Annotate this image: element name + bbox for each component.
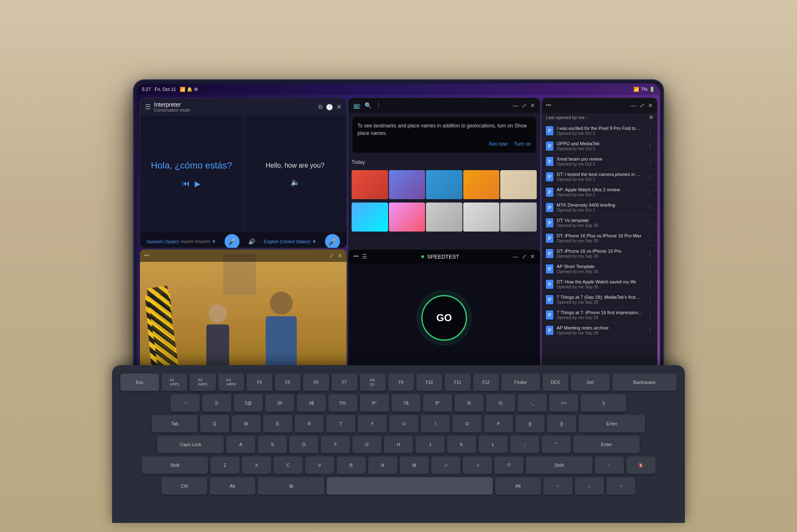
grid-icon[interactable]: ⊞ <box>649 115 653 120</box>
7-key[interactable]: 7& <box>391 394 421 412</box>
photo-cell[interactable] <box>426 170 462 199</box>
doc-more-icon[interactable]: ⋮ <box>647 235 653 242</box>
arrow-up-key[interactable]: ↑ <box>595 456 624 474</box>
tab-key[interactable]: Tab <box>152 415 198 432</box>
turn-on-button[interactable]: Turn on <box>514 140 531 148</box>
doc-list-item[interactable]: 7 Things at 7: iPhone 16 first impressio… <box>542 307 657 323</box>
f6-key[interactable]: F6 <box>303 373 329 391</box>
doc-list-item[interactable]: AP Short Template Opened by me Sep 30 ⋮ <box>542 261 657 277</box>
doc-list-item[interactable]: I was excited for the Pixel 9 Pro Fold t… <box>542 123 657 139</box>
f2-key[interactable]: F2APP2 <box>190 373 215 391</box>
doc-more-icon[interactable]: ⋮ <box>647 312 653 318</box>
photo-cell[interactable] <box>500 170 537 199</box>
close-icon[interactable]: ✕ <box>648 102 653 109</box>
f3-key[interactable]: F3APP3 <box>218 373 244 391</box>
s-key[interactable]: S <box>258 436 287 453</box>
more-icon[interactable]: ••• <box>144 253 149 259</box>
windows-key[interactable]: ⊞ <box>258 477 324 495</box>
backspace-key[interactable]: Backspace <box>612 373 677 391</box>
f9-key[interactable]: F9 <box>388 373 414 391</box>
r-key[interactable]: R <box>295 415 324 432</box>
minimize-icon[interactable]: — <box>513 102 518 109</box>
del-key[interactable]: Del <box>571 373 609 391</box>
expand-icon[interactable]: ⤢ <box>522 102 527 109</box>
b-key[interactable]: B <box>337 456 366 474</box>
hamburger-icon[interactable]: ☰ <box>145 103 151 111</box>
2-key[interactable]: 2@ <box>234 394 263 412</box>
i-key[interactable]: I <box>421 415 450 432</box>
cast-icon[interactable]: 📺 <box>353 102 360 109</box>
expand-icon[interactable]: ⤢ <box>329 252 334 259</box>
g-key[interactable]: G <box>352 436 381 453</box>
backslash-key[interactable]: \| <box>581 394 626 412</box>
doc-more-icon[interactable]: ⋮ <box>647 204 653 211</box>
d-key[interactable]: D <box>289 436 318 453</box>
f12-key[interactable]: F12 <box>473 373 499 391</box>
doc-list-item[interactable]: AP Meeting notes archive Opened by me Se… <box>542 323 657 338</box>
doc-list-item[interactable]: OPPO and MediaTek Opened by me Oct 3 ⋮ <box>542 139 657 154</box>
more-icon[interactable]: ⋮ <box>376 102 381 109</box>
enter-key[interactable]: Enter <box>579 415 645 432</box>
5-key[interactable]: 5% <box>328 394 357 412</box>
photo-cell[interactable] <box>500 203 537 232</box>
close-icon[interactable]: ✕ <box>530 253 535 260</box>
9-key[interactable]: 9( <box>455 394 484 412</box>
h-key[interactable]: H <box>384 436 413 453</box>
left-mic-button[interactable]: 🎤 <box>225 234 240 248</box>
right-mic-button[interactable]: 🎤 <box>325 234 340 248</box>
o-key[interactable]: O <box>452 415 482 432</box>
f5-key[interactable]: F5 <box>275 373 301 391</box>
quote-key[interactable]: '" <box>542 436 571 453</box>
rewind-icon[interactable]: ⏮ <box>182 179 190 188</box>
enter2-key[interactable]: Enter <box>573 436 640 453</box>
6-key[interactable]: 6^ <box>360 394 389 412</box>
doc-list-item[interactable]: DT: I tested the best camera phones in .… <box>542 169 657 185</box>
f8-key[interactable]: F8Q+ <box>360 373 386 391</box>
slash-key[interactable]: /? <box>494 456 523 474</box>
doc-more-icon[interactable]: ⋮ <box>647 158 653 165</box>
speedtest-menu-icon[interactable]: ☰ <box>362 253 367 260</box>
doc-list-item[interactable]: 7 Things at 7 (Sep 29): MediaTek's first… <box>542 292 657 307</box>
esc-key[interactable]: Esc <box>120 373 159 391</box>
doc-more-icon[interactable]: ⋮ <box>647 281 653 288</box>
period-key[interactable]: .> <box>463 456 492 474</box>
rbracket-key[interactable]: ]} <box>547 415 576 432</box>
docs-sort-label[interactable]: Last opened by me ↓ ⊞ <box>542 113 657 122</box>
right-lang-selector[interactable]: English (United States) ▼ <box>264 239 316 244</box>
equals-key[interactable]: =+ <box>549 394 578 412</box>
l-key[interactable]: L <box>479 436 508 453</box>
m-key[interactable]: M <box>400 456 429 474</box>
speedtest-more-icon[interactable]: ••• <box>353 254 359 259</box>
history-icon[interactable]: 🕐 <box>326 104 333 110</box>
photo-cell[interactable] <box>389 170 425 199</box>
8-key[interactable]: 8* <box>423 394 452 412</box>
shift-right-key[interactable]: Shift <box>526 456 592 474</box>
doc-more-icon[interactable]: ⋮ <box>647 266 653 272</box>
expand-icon[interactable]: ⤢ <box>522 253 527 260</box>
p-key[interactable]: P <box>484 415 513 432</box>
photo-cell[interactable] <box>389 203 425 232</box>
docs-more-icon[interactable]: ••• <box>546 102 551 108</box>
shift-left-key[interactable]: Shift <box>142 456 208 474</box>
z-key[interactable]: Z <box>210 456 240 474</box>
arrow-down-key[interactable]: ↓ <box>575 477 604 495</box>
space-key[interactable] <box>327 477 493 495</box>
doc-list-item[interactable]: Xreal beam pro review Opened by me Oct 3… <box>542 154 657 169</box>
alt-right-key[interactable]: Alt <box>495 477 541 495</box>
0-key[interactable]: 0) <box>486 394 515 412</box>
minimize-icon[interactable]: — <box>513 253 518 260</box>
arrow-right-key[interactable]: → <box>606 477 636 495</box>
1-key[interactable]: 1! <box>202 394 231 412</box>
backtick-key[interactable]: `~ <box>171 394 200 412</box>
left-lang-selector[interactable]: Spanish (Spain) español (España) ▼ <box>147 239 216 244</box>
close-icon[interactable]: ✕ <box>530 102 535 109</box>
doc-more-icon[interactable]: ⋮ <box>647 127 653 134</box>
doc-more-icon[interactable]: ⋮ <box>647 143 653 149</box>
photo-cell[interactable] <box>463 203 500 232</box>
f7-key[interactable]: F7 <box>332 373 357 391</box>
pip-icon[interactable]: ⧉ <box>318 103 323 110</box>
doc-more-icon[interactable]: ⋮ <box>647 327 653 334</box>
n-key[interactable]: N <box>368 456 397 474</box>
doc-more-icon[interactable]: ⋮ <box>647 173 653 180</box>
t-key[interactable]: T <box>326 415 355 432</box>
